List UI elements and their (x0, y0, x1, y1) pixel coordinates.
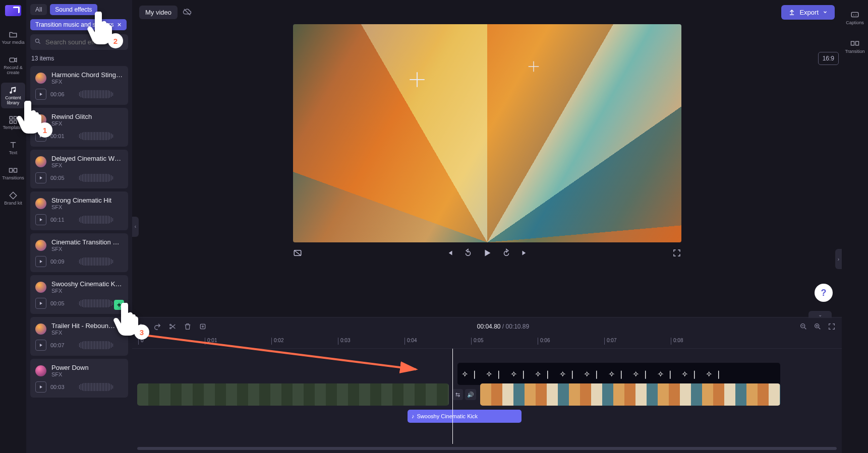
audio-clip[interactable]: ♪ Swooshy Cinematic Kick (408, 410, 522, 423)
video-clip-2[interactable] (480, 383, 780, 406)
sfx-thumb (35, 240, 46, 251)
nav-label: Text (9, 151, 18, 156)
zoom-out-icon[interactable] (799, 322, 807, 331)
export-button[interactable]: Export (781, 5, 835, 20)
nav-templates[interactable]: Templates (1, 112, 25, 134)
play-button[interactable] (35, 381, 46, 393)
sfx-card[interactable]: Power DownSFX00:03+ (30, 359, 128, 398)
overlay-clip[interactable]: ✧❘ ✧❘ ✧❘ ✧❘ ✧❘ ✧❘ ✧❘ ✧❘ ✧❘ ✧❘ ✧❘ (457, 363, 780, 385)
nav-transition-right[interactable]: Transition (843, 36, 867, 57)
sfx-card[interactable]: Cinematic Transition W…SFX00:09+ (30, 233, 128, 272)
zoom-fit-icon[interactable] (828, 322, 836, 331)
filter-transition-music-chip[interactable]: Transition music and stingers ✕ (30, 19, 127, 30)
chevron-down-icon (823, 10, 828, 15)
zoom-in-icon[interactable] (814, 322, 822, 331)
sfx-name: Harmonic Chord Sting… (51, 71, 123, 79)
app-logo[interactable] (5, 5, 21, 16)
sfx-card[interactable]: Delayed Cinematic Wh…SFX00:05+ (30, 150, 128, 188)
play-button[interactable] (35, 214, 46, 225)
sfx-kind: SFX (51, 371, 89, 377)
play-icon[interactable] (482, 247, 493, 258)
search-input[interactable] (30, 34, 128, 50)
sfx-kind: SFX (51, 162, 123, 168)
nav-text[interactable]: Text (1, 138, 25, 159)
right-panel-handle[interactable]: › (835, 249, 842, 269)
video-clip-1[interactable] (137, 383, 449, 406)
audio-clip-label: Swooshy Cinematic Kick (417, 413, 478, 419)
search-icon (34, 38, 41, 45)
sfx-card[interactable]: Rewind GlitchSFX00:01+ (30, 108, 128, 147)
sfx-card[interactable]: Strong Cinematic HitSFX00:11+ (30, 191, 128, 230)
rewind-5-icon[interactable] (464, 248, 473, 257)
aspect-ratio-button[interactable]: 16:9 (818, 52, 839, 65)
timeline-ruler[interactable]: 00:010:020:030:040:050:060:070:08 (132, 336, 842, 349)
nav-content-library[interactable]: Content library (1, 83, 25, 109)
svg-rect-11 (200, 324, 205, 329)
delete-icon[interactable] (184, 322, 192, 331)
play-icon (38, 134, 43, 139)
svg-rect-4 (14, 121, 17, 123)
ruler-tick: 0:03 (338, 338, 350, 345)
undo-icon[interactable] (138, 322, 146, 331)
waveform (69, 383, 123, 391)
sfx-name: Delayed Cinematic Wh… (51, 155, 123, 162)
timecode: 00:04.80 / 00:10.89 (214, 323, 792, 330)
cloud-sync-icon[interactable] (183, 8, 192, 17)
filter-sound-effects[interactable]: Sound effects (50, 4, 97, 15)
play-button[interactable] (35, 131, 46, 142)
nav-label: Brand kit (4, 201, 22, 206)
playhead[interactable] (452, 349, 453, 444)
sfx-kind: SFX (51, 204, 111, 210)
nav-record-create[interactable]: Record & create (1, 52, 25, 79)
play-icon (38, 92, 43, 97)
timeline-scrollbar[interactable] (137, 447, 837, 450)
sfx-card[interactable]: Trailer Hit - Reboun…SFX00:07+ (30, 317, 128, 356)
next-clip-icon[interactable] (520, 248, 529, 257)
close-icon[interactable]: ✕ (117, 22, 122, 28)
speaker-icon[interactable]: 🔊 (465, 389, 476, 400)
transition-badge-icon[interactable]: ⇆ (452, 389, 463, 400)
crop-icon[interactable] (199, 322, 207, 331)
waveform (69, 341, 123, 349)
video-preview[interactable] (293, 24, 681, 242)
fullscreen-icon[interactable] (672, 248, 681, 257)
library-panel: All Sound effects Transition music and s… (26, 0, 132, 453)
timeline-tracks[interactable]: ✧❘ ✧❘ ✧❘ ✧❘ ✧❘ ✧❘ ✧❘ ✧❘ ✧❘ ✧❘ ✧❘ ⇆ 🔊 ♪ S… (132, 349, 842, 444)
add-to-timeline-button[interactable]: + (114, 300, 124, 310)
sfx-name: Rewind Glitch (51, 113, 92, 120)
safe-zone-icon[interactable] (293, 248, 302, 257)
play-button[interactable] (35, 256, 46, 267)
sfx-duration: 00:05 (50, 175, 65, 181)
play-button[interactable] (35, 298, 46, 309)
split-icon[interactable] (168, 322, 177, 331)
sfx-name: Trailer Hit - Reboun… (51, 322, 115, 330)
sfx-thumb (35, 323, 46, 335)
nav-your-media[interactable]: Your media (1, 27, 25, 48)
play-button[interactable] (35, 89, 46, 100)
sparkle-icon (528, 61, 539, 72)
preview-collapse-handle[interactable]: ⌄ (808, 311, 832, 318)
scrollbar-thumb[interactable] (137, 447, 837, 450)
svg-rect-1 (10, 117, 12, 119)
nav-captions[interactable]: Captions (843, 7, 867, 29)
time-total: / 00:10.89 (502, 323, 529, 330)
play-button[interactable] (35, 172, 46, 183)
forward-5-icon[interactable] (502, 248, 511, 257)
sfx-card[interactable]: Harmonic Chord Sting…SFX00:06+ (30, 66, 128, 105)
export-label: Export (799, 9, 819, 16)
nav-brand-kit[interactable]: Brand kit (1, 188, 25, 209)
prev-clip-icon[interactable] (445, 248, 454, 257)
timeline-toolbar: 00:04.80 / 00:10.89 (132, 317, 842, 336)
project-title[interactable]: My video (139, 6, 178, 19)
nav-label: Templates (3, 125, 23, 131)
sfx-card[interactable]: Swooshy Cinematic KickSFX00:05+ (30, 275, 128, 314)
nav-transitions[interactable]: Transitions (1, 163, 25, 184)
play-button[interactable] (35, 340, 46, 351)
nav-label: Captions (846, 21, 864, 26)
filter-all[interactable]: All (30, 4, 47, 15)
redo-icon[interactable] (153, 322, 161, 331)
svg-rect-6 (14, 168, 17, 172)
sfx-list[interactable]: Harmonic Chord Sting…SFX00:06+Rewind Gli… (30, 66, 128, 449)
help-button[interactable]: ? (815, 284, 833, 302)
captions-icon (850, 10, 859, 19)
